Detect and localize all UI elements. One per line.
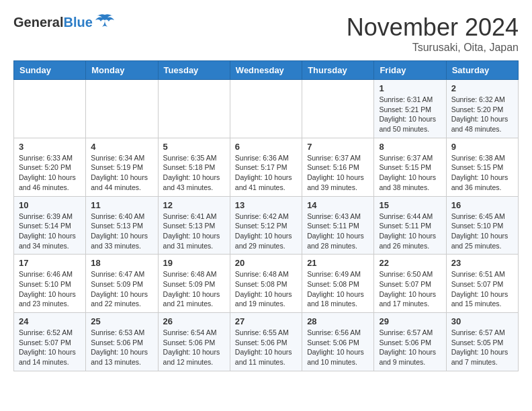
- calendar-cell: 26Sunrise: 6:54 AM Sunset: 5:06 PM Dayli…: [158, 313, 230, 371]
- day-info: Sunrise: 6:48 AM Sunset: 5:08 PM Dayligh…: [235, 269, 297, 309]
- logo-blue-text: Blue: [63, 15, 92, 30]
- calendar-cell: 28Sunrise: 6:56 AM Sunset: 5:06 PM Dayli…: [302, 313, 374, 371]
- weekday-header-thursday: Thursday: [302, 61, 374, 80]
- day-number: 5: [163, 142, 225, 152]
- day-number: 19: [163, 258, 225, 268]
- calendar-week-row: 17Sunrise: 6:46 AM Sunset: 5:10 PM Dayli…: [14, 255, 519, 313]
- day-number: 18: [91, 258, 152, 268]
- calendar-cell: 15Sunrise: 6:44 AM Sunset: 5:11 PM Dayli…: [374, 196, 446, 255]
- day-number: 7: [307, 142, 369, 152]
- calendar-cell: 10Sunrise: 6:39 AM Sunset: 5:14 PM Dayli…: [14, 196, 86, 255]
- calendar-cell: 6Sunrise: 6:36 AM Sunset: 5:17 PM Daylig…: [230, 138, 302, 196]
- day-info: Sunrise: 6:50 AM Sunset: 5:07 PM Dayligh…: [379, 269, 441, 309]
- day-info: Sunrise: 6:34 AM Sunset: 5:19 PM Dayligh…: [91, 153, 152, 193]
- weekday-header-monday: Monday: [86, 61, 158, 80]
- weekday-header-wednesday: Wednesday: [230, 61, 302, 80]
- calendar-week-row: 3Sunrise: 6:33 AM Sunset: 5:20 PM Daylig…: [14, 138, 519, 196]
- calendar-week-row: 1Sunrise: 6:31 AM Sunset: 5:21 PM Daylig…: [14, 80, 519, 138]
- calendar-cell: 18Sunrise: 6:47 AM Sunset: 5:09 PM Dayli…: [86, 255, 158, 313]
- calendar-cell: [302, 80, 374, 138]
- day-number: 1: [379, 83, 441, 93]
- calendar-cell: 29Sunrise: 6:57 AM Sunset: 5:06 PM Dayli…: [374, 313, 446, 371]
- calendar-cell: 20Sunrise: 6:48 AM Sunset: 5:08 PM Dayli…: [230, 255, 302, 313]
- day-info: Sunrise: 6:45 AM Sunset: 5:10 PM Dayligh…: [451, 212, 513, 251]
- calendar-week-row: 10Sunrise: 6:39 AM Sunset: 5:14 PM Dayli…: [14, 196, 519, 255]
- calendar-cell: 19Sunrise: 6:48 AM Sunset: 5:09 PM Dayli…: [158, 255, 230, 313]
- day-info: Sunrise: 6:55 AM Sunset: 5:06 PM Dayligh…: [235, 328, 297, 367]
- calendar-cell: 16Sunrise: 6:45 AM Sunset: 5:10 PM Dayli…: [446, 196, 518, 255]
- weekday-header-tuesday: Tuesday: [158, 61, 230, 80]
- day-number: 9: [451, 142, 513, 152]
- day-number: 30: [451, 316, 513, 326]
- day-number: 14: [307, 200, 369, 210]
- day-info: Sunrise: 6:37 AM Sunset: 5:16 PM Dayligh…: [307, 153, 369, 193]
- day-number: 11: [91, 200, 152, 210]
- weekday-header-row: SundayMondayTuesdayWednesdayThursdayFrid…: [14, 61, 519, 80]
- day-number: 10: [19, 200, 81, 210]
- day-info: Sunrise: 6:57 AM Sunset: 5:05 PM Dayligh…: [451, 328, 513, 367]
- day-number: 21: [307, 258, 369, 268]
- weekday-header-friday: Friday: [374, 61, 446, 80]
- day-number: 20: [235, 258, 297, 268]
- calendar-week-row: 24Sunrise: 6:52 AM Sunset: 5:07 PM Dayli…: [14, 313, 519, 371]
- day-number: 6: [235, 142, 297, 152]
- calendar-cell: [86, 80, 158, 138]
- title-section: November 2024 Tsurusaki, Oita, Japan: [347, 13, 519, 54]
- calendar-cell: 22Sunrise: 6:50 AM Sunset: 5:07 PM Dayli…: [374, 255, 446, 313]
- day-number: 23: [451, 258, 513, 268]
- logo-general-text: General: [13, 15, 63, 30]
- calendar-cell: 11Sunrise: 6:40 AM Sunset: 5:13 PM Dayli…: [86, 196, 158, 255]
- calendar-cell: 24Sunrise: 6:52 AM Sunset: 5:07 PM Dayli…: [14, 313, 86, 371]
- day-number: 3: [19, 142, 81, 152]
- day-info: Sunrise: 6:41 AM Sunset: 5:13 PM Dayligh…: [163, 212, 225, 251]
- calendar-cell: 14Sunrise: 6:43 AM Sunset: 5:11 PM Dayli…: [302, 196, 374, 255]
- calendar-cell: 4Sunrise: 6:34 AM Sunset: 5:19 PM Daylig…: [86, 138, 158, 196]
- calendar-cell: 23Sunrise: 6:51 AM Sunset: 5:07 PM Dayli…: [446, 255, 518, 313]
- calendar-cell: 5Sunrise: 6:35 AM Sunset: 5:18 PM Daylig…: [158, 138, 230, 196]
- day-number: 16: [451, 200, 513, 210]
- day-number: 12: [163, 200, 225, 210]
- day-info: Sunrise: 6:48 AM Sunset: 5:09 PM Dayligh…: [163, 269, 225, 309]
- logo: General Blue: [13, 13, 114, 31]
- day-info: Sunrise: 6:38 AM Sunset: 5:15 PM Dayligh…: [451, 153, 513, 193]
- day-number: 8: [379, 142, 441, 152]
- day-info: Sunrise: 6:57 AM Sunset: 5:06 PM Dayligh…: [379, 328, 441, 367]
- day-info: Sunrise: 6:42 AM Sunset: 5:12 PM Dayligh…: [235, 212, 297, 251]
- day-info: Sunrise: 6:40 AM Sunset: 5:13 PM Dayligh…: [91, 212, 152, 251]
- calendar-cell: 9Sunrise: 6:38 AM Sunset: 5:15 PM Daylig…: [446, 138, 518, 196]
- calendar-cell: [230, 80, 302, 138]
- day-info: Sunrise: 6:46 AM Sunset: 5:10 PM Dayligh…: [19, 269, 81, 309]
- weekday-header-saturday: Saturday: [446, 61, 518, 80]
- day-info: Sunrise: 6:43 AM Sunset: 5:11 PM Dayligh…: [307, 212, 369, 251]
- logo-bird-icon: [95, 13, 114, 31]
- day-info: Sunrise: 6:56 AM Sunset: 5:06 PM Dayligh…: [307, 328, 369, 367]
- day-info: Sunrise: 6:52 AM Sunset: 5:07 PM Dayligh…: [19, 328, 81, 367]
- calendar-cell: 1Sunrise: 6:31 AM Sunset: 5:21 PM Daylig…: [374, 80, 446, 138]
- day-number: 28: [307, 316, 369, 326]
- calendar-cell: 8Sunrise: 6:37 AM Sunset: 5:15 PM Daylig…: [374, 138, 446, 196]
- day-info: Sunrise: 6:47 AM Sunset: 5:09 PM Dayligh…: [91, 269, 152, 309]
- calendar-cell: 30Sunrise: 6:57 AM Sunset: 5:05 PM Dayli…: [446, 313, 518, 371]
- calendar-cell: 17Sunrise: 6:46 AM Sunset: 5:10 PM Dayli…: [14, 255, 86, 313]
- day-info: Sunrise: 6:49 AM Sunset: 5:08 PM Dayligh…: [307, 269, 369, 309]
- day-number: 27: [235, 316, 297, 326]
- calendar-cell: 3Sunrise: 6:33 AM Sunset: 5:20 PM Daylig…: [14, 138, 86, 196]
- day-info: Sunrise: 6:51 AM Sunset: 5:07 PM Dayligh…: [451, 269, 513, 309]
- day-info: Sunrise: 6:35 AM Sunset: 5:18 PM Dayligh…: [163, 153, 225, 193]
- day-number: 15: [379, 200, 441, 210]
- day-number: 17: [19, 258, 81, 268]
- page-header: General Blue November 2024 Tsurusaki, Oi…: [13, 13, 519, 54]
- calendar-cell: 2Sunrise: 6:32 AM Sunset: 5:20 PM Daylig…: [446, 80, 518, 138]
- calendar-table: SundayMondayTuesdayWednesdayThursdayFrid…: [13, 60, 519, 371]
- calendar-cell: 13Sunrise: 6:42 AM Sunset: 5:12 PM Dayli…: [230, 196, 302, 255]
- day-number: 29: [379, 316, 441, 326]
- day-number: 26: [163, 316, 225, 326]
- day-number: 2: [451, 83, 513, 93]
- calendar-cell: 25Sunrise: 6:53 AM Sunset: 5:06 PM Dayli…: [86, 313, 158, 371]
- location-text: Tsurusaki, Oita, Japan: [347, 42, 519, 54]
- day-info: Sunrise: 6:53 AM Sunset: 5:06 PM Dayligh…: [91, 328, 152, 367]
- calendar-cell: [14, 80, 86, 138]
- day-number: 22: [379, 258, 441, 268]
- day-info: Sunrise: 6:39 AM Sunset: 5:14 PM Dayligh…: [19, 212, 81, 251]
- calendar-cell: [158, 80, 230, 138]
